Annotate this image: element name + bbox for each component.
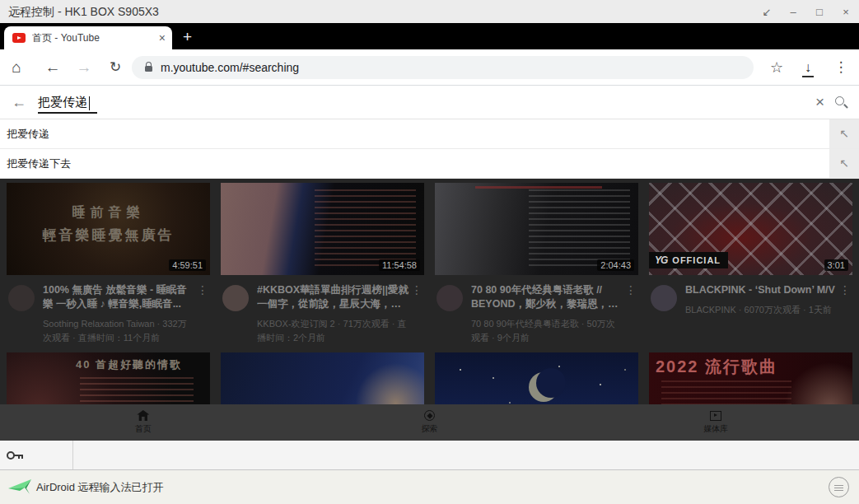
- duration-badge: 4:59:51: [169, 259, 206, 271]
- key-icon[interactable]: [7, 451, 23, 460]
- fit-screen-icon[interactable]: ↙: [760, 6, 773, 18]
- video-meta: 70 80 90年代经典粤语老歌 · 50万次观看 · 9个月前: [471, 317, 623, 345]
- new-tab-button[interactable]: +: [183, 26, 192, 48]
- channel-avatar[interactable]: [8, 285, 35, 311]
- video-meta: KKBOX-欢迎订阅 2 · 71万次观看 · 直播时间：2个月前: [257, 317, 409, 345]
- stars-decoration: [460, 369, 461, 371]
- video-menu-icon[interactable]: ⋮: [838, 283, 852, 317]
- text-caret: [89, 96, 90, 110]
- video-card[interactable]: 2:04:43 70 80 90年代经典粤语老歌 // BEYOND，鄭少秋，黎…: [435, 183, 638, 345]
- duration-badge: 2:04:43: [597, 259, 634, 271]
- minimize-icon[interactable]: –: [787, 6, 800, 18]
- duration-badge: 3:01: [824, 259, 848, 271]
- video-title[interactable]: 100% 無廣告 放鬆音樂 - 睡眠音樂 一秒入睡 ♪ 輕音樂,睡眠音...: [43, 283, 195, 311]
- video-title[interactable]: #KKBOX華語單曲排行週榜||愛就一個字，從前說，星辰大海，我...: [257, 283, 409, 311]
- video-card[interactable]: 11:54:58 #KKBOX華語單曲排行週榜||愛就一個字，從前說，星辰大海，…: [221, 183, 424, 345]
- suggestion-item[interactable]: 把爱传递 ↖: [0, 119, 859, 149]
- video-card[interactable]: 睡前音樂 輕音樂睡覺無廣告 4:59:51 100% 無廣告 放鬆音樂 - 睡眠…: [7, 183, 210, 345]
- video-meta: Soothing Relaxation Taiwan · 332万次观看 · 直…: [43, 317, 195, 345]
- thumbnail-text: 40 首超好聽的情歌: [76, 357, 182, 372]
- tab-close-icon[interactable]: ×: [159, 31, 166, 44]
- video-thumbnail[interactable]: 2:04:43: [435, 183, 638, 275]
- songlist-decoration: [529, 189, 631, 268]
- clear-search-icon[interactable]: ×: [815, 86, 824, 119]
- remote-control-window: 远程控制 - HK1 BOX S905X3 ↙ – □ × 首页 - YouTu…: [0, 0, 859, 504]
- thumbnail-text: 2022 流行歌曲: [656, 356, 777, 378]
- video-menu-icon[interactable]: ⋮: [623, 283, 638, 345]
- search-back-icon[interactable]: ←: [12, 86, 26, 119]
- thumbnail-text: 睡前音樂: [7, 204, 210, 222]
- video-title[interactable]: 70 80 90年代经典粤语老歌 // BEYOND，鄭少秋，黎瑞恩，陳...: [471, 283, 623, 311]
- back-icon[interactable]: ←: [41, 49, 64, 85]
- tab-title: 首页 - YouTube: [32, 31, 154, 45]
- suggestion-text: 把爱传递: [7, 119, 49, 148]
- address-bar[interactable]: m.youtube.com/#searching: [132, 56, 754, 79]
- video-menu-icon[interactable]: ⋮: [409, 283, 424, 345]
- search-suggestions: 把爱传递 ↖ 把爱传递下去 ↖: [0, 119, 859, 179]
- youtube-page-dimmed: 睡前音樂 輕音樂睡覺無廣告 4:59:51 100% 無廣告 放鬆音樂 - 睡眠…: [0, 179, 859, 441]
- yg-official-badge: YG OFFICIAL: [649, 252, 728, 268]
- channel-avatar[interactable]: [651, 285, 677, 311]
- url-text: m.youtube.com/#searching: [161, 61, 299, 74]
- moon-decoration: [529, 372, 558, 402]
- maximize-icon[interactable]: □: [813, 6, 826, 18]
- suggestion-item[interactable]: 把爱传递下去 ↖: [0, 149, 859, 179]
- video-thumbnail[interactable]: YG OFFICIAL 3:01: [649, 183, 852, 275]
- search-input[interactable]: 把爱传递: [38, 92, 90, 114]
- youtube-bottom-nav: 首页 探索 媒体库: [0, 404, 859, 441]
- connection-indicator-icon[interactable]: [829, 477, 849, 497]
- browser-toolbar: ⌂ ← → ↻ m.youtube.com/#searching ☆ ↓ ⋮: [0, 49, 859, 86]
- explore-compass-icon: [424, 410, 435, 421]
- search-icon[interactable]: [835, 96, 847, 109]
- status-message: AirDroid 远程输入法已打开: [36, 470, 164, 504]
- nav-label: 首页: [135, 423, 152, 435]
- browser-tab[interactable]: 首页 - YouTube ×: [4, 26, 172, 49]
- browser-menu-icon[interactable]: ⋮: [829, 49, 852, 85]
- download-icon[interactable]: ↓: [796, 49, 819, 85]
- window-controls: ↙ – □ ×: [760, 0, 852, 23]
- bookmark-star-icon[interactable]: ☆: [765, 49, 788, 85]
- youtube-search-bar: ← 把爱传递 ×: [0, 86, 859, 119]
- channel-avatar[interactable]: [437, 285, 463, 311]
- divider: [72, 441, 73, 469]
- video-title[interactable]: BLACKPINK - ‘Shut Down’ M/V: [685, 283, 838, 297]
- yg-logo-icon: YG: [655, 254, 667, 266]
- titlebar: 远程控制 - HK1 BOX S905X3 ↙ – □ ×: [0, 0, 859, 23]
- thumbnail-text: 輕音樂睡覺無廣告: [7, 226, 210, 245]
- home-tab-icon: [137, 410, 149, 421]
- nav-label: 媒体库: [703, 423, 728, 435]
- thumbnail-decoration: [475, 186, 601, 189]
- video-meta: BLACKPINK · 6070万次观看 · 1天前: [685, 303, 838, 317]
- duration-badge: 11:54:58: [379, 259, 420, 271]
- forward-icon: →: [72, 49, 96, 85]
- window-title: 远程控制 - HK1 BOX S905X3: [8, 0, 159, 23]
- airdroid-status-bar: AirDroid 远程输入法已打开: [0, 469, 859, 504]
- airdroid-logo-icon: [8, 479, 31, 496]
- home-icon[interactable]: ⌂: [5, 49, 28, 85]
- video-thumbnail[interactable]: 11:54:58: [221, 183, 424, 275]
- download-arrow: ↓: [805, 60, 811, 75]
- reload-icon[interactable]: ↻: [104, 49, 127, 85]
- suggestion-text: 把爱传递下去: [7, 149, 71, 178]
- video-card[interactable]: YG OFFICIAL 3:01 BLACKPINK - ‘Shut Down’…: [649, 183, 852, 345]
- library-icon: [710, 411, 721, 421]
- badge-text: OFFICIAL: [672, 255, 721, 265]
- youtube-favicon-icon: [12, 33, 26, 43]
- tab-strip: 首页 - YouTube × +: [0, 23, 859, 49]
- channel-avatar[interactable]: [222, 285, 249, 311]
- nav-explore[interactable]: 探索: [287, 404, 573, 441]
- nav-label: 探索: [422, 423, 438, 435]
- close-icon[interactable]: ×: [839, 6, 852, 18]
- insert-suggestion-icon[interactable]: ↖: [829, 119, 859, 148]
- nav-library[interactable]: 媒体库: [572, 404, 859, 441]
- songlist-decoration: [315, 189, 417, 268]
- input-toolbar: [0, 441, 859, 469]
- video-menu-icon[interactable]: ⋮: [195, 283, 210, 345]
- insert-suggestion-icon[interactable]: ↖: [829, 149, 859, 178]
- video-thumbnail[interactable]: 睡前音樂 輕音樂睡覺無廣告 4:59:51: [7, 183, 210, 275]
- nav-home[interactable]: 首页: [0, 404, 287, 441]
- lock-icon: [145, 66, 152, 72]
